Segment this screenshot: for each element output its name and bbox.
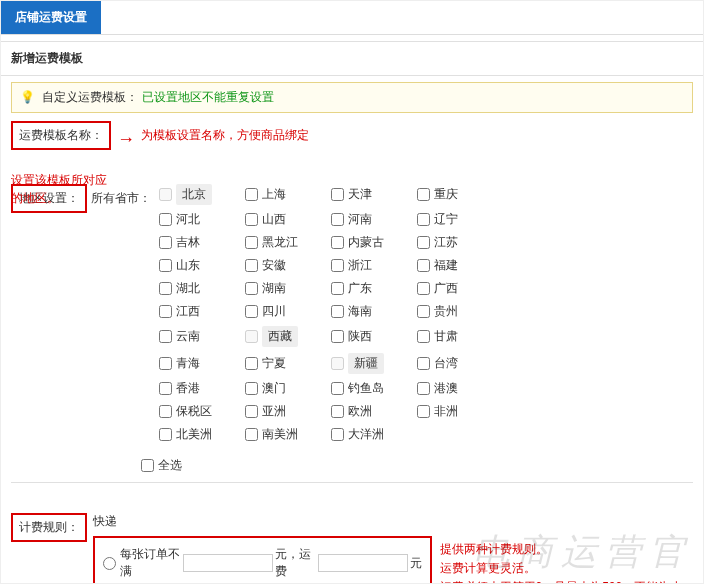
province-cell[interactable]: 山东 [159,257,245,274]
province-checkbox[interactable] [245,330,258,343]
province-cell[interactable]: 海南 [331,303,417,320]
province-cell[interactable]: 四川 [245,303,331,320]
province-checkbox[interactable] [245,213,258,226]
province-cell[interactable]: 广西 [417,280,503,297]
province-cell[interactable]: 新疆 [331,353,417,374]
province-cell[interactable]: 亚洲 [245,403,331,420]
province-cell[interactable]: 江西 [159,303,245,320]
province-cell[interactable]: 大洋洲 [331,426,417,443]
province-checkbox[interactable] [331,357,344,370]
province-cell[interactable]: 上海 [245,184,331,205]
province-name: 宁夏 [262,355,286,372]
province-cell[interactable]: 北京 [159,184,245,205]
province-checkbox[interactable] [245,259,258,272]
province-cell[interactable]: 吉林 [159,234,245,251]
province-checkbox[interactable] [331,213,344,226]
province-checkbox[interactable] [417,382,430,395]
province-checkbox[interactable] [245,428,258,441]
province-checkbox[interactable] [159,330,172,343]
province-checkbox[interactable] [331,188,344,201]
province-checkbox[interactable] [417,213,430,226]
select-all-row[interactable]: 全选 [141,457,227,474]
province-checkbox[interactable] [159,236,172,249]
rule-threshold-fee-input[interactable] [318,554,408,572]
province-cell[interactable]: 安徽 [245,257,331,274]
province-checkbox[interactable] [159,282,172,295]
province-checkbox[interactable] [417,405,430,418]
province-cell[interactable]: 湖北 [159,280,245,297]
province-cell[interactable]: 钓鱼岛 [331,380,417,397]
province-name: 海南 [348,303,372,320]
province-cell[interactable]: 福建 [417,257,503,274]
province-checkbox[interactable] [331,428,344,441]
province-cell[interactable]: 浙江 [331,257,417,274]
province-cell[interactable]: 欧洲 [331,403,417,420]
tab-shipping-settings[interactable]: 店铺运费设置 [1,1,101,34]
province-checkbox[interactable] [417,282,430,295]
province-checkbox[interactable] [331,236,344,249]
province-name: 贵州 [434,303,458,320]
rule-threshold-amount-input[interactable] [183,554,273,572]
rule-radio-threshold[interactable] [103,557,116,570]
province-checkbox[interactable] [245,405,258,418]
province-checkbox[interactable] [331,305,344,318]
province-cell[interactable]: 河北 [159,211,245,228]
province-checkbox[interactable] [159,357,172,370]
province-cell[interactable]: 辽宁 [417,211,503,228]
province-checkbox[interactable] [331,259,344,272]
province-cell[interactable]: 黑龙江 [245,234,331,251]
province-checkbox[interactable] [245,382,258,395]
province-checkbox[interactable] [417,259,430,272]
province-cell[interactable]: 保税区 [159,403,245,420]
province-cell[interactable]: 河南 [331,211,417,228]
province-checkbox[interactable] [417,188,430,201]
province-cell[interactable]: 甘肃 [417,326,503,347]
province-checkbox[interactable] [417,357,430,370]
province-cell[interactable]: 内蒙古 [331,234,417,251]
province-checkbox[interactable] [245,357,258,370]
province-cell[interactable]: 山西 [245,211,331,228]
province-cell[interactable]: 广东 [331,280,417,297]
province-checkbox[interactable] [159,305,172,318]
province-name: 安徽 [262,257,286,274]
province-cell[interactable]: 湖南 [245,280,331,297]
province-checkbox[interactable] [331,330,344,343]
province-name: 河南 [348,211,372,228]
province-cell[interactable]: 南美洲 [245,426,331,443]
province-cell[interactable]: 宁夏 [245,353,331,374]
province-checkbox[interactable] [417,330,430,343]
rule-opt1-c: 元 [410,555,422,572]
province-checkbox[interactable] [245,188,258,201]
province-checkbox[interactable] [245,236,258,249]
province-checkbox[interactable] [159,382,172,395]
notice-prefix: 自定义运费模板： [42,90,138,104]
province-checkbox[interactable] [245,282,258,295]
province-cell[interactable]: 非洲 [417,403,503,420]
province-checkbox[interactable] [159,405,172,418]
province-cell[interactable]: 江苏 [417,234,503,251]
province-checkbox[interactable] [159,213,172,226]
province-cell[interactable]: 陕西 [331,326,417,347]
template-name-hint: 为模板设置名称，方便商品绑定 [141,127,309,144]
province-checkbox[interactable] [331,405,344,418]
province-checkbox[interactable] [159,259,172,272]
province-cell[interactable]: 港澳 [417,380,503,397]
province-checkbox[interactable] [417,305,430,318]
province-checkbox[interactable] [331,382,344,395]
province-cell[interactable]: 香港 [159,380,245,397]
province-cell[interactable]: 贵州 [417,303,503,320]
province-cell[interactable]: 北美洲 [159,426,245,443]
province-cell[interactable]: 重庆 [417,184,503,205]
province-cell[interactable]: 青海 [159,353,245,374]
province-checkbox[interactable] [417,236,430,249]
province-cell[interactable]: 西藏 [245,326,331,347]
select-all-checkbox[interactable] [141,459,154,472]
province-checkbox[interactable] [159,428,172,441]
province-checkbox[interactable] [245,305,258,318]
province-checkbox[interactable] [159,188,172,201]
province-cell[interactable]: 澳门 [245,380,331,397]
province-cell[interactable]: 云南 [159,326,245,347]
province-checkbox[interactable] [331,282,344,295]
province-cell[interactable]: 天津 [331,184,417,205]
province-cell[interactable]: 台湾 [417,353,503,374]
